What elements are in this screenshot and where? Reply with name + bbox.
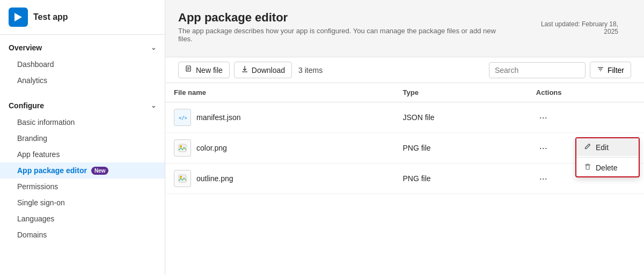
file-table: File name Type Actions </> manifest.json [165, 83, 644, 194]
edit-icon [584, 143, 591, 152]
sidebar-item-app-features[interactable]: App features [0, 146, 165, 162]
search-input[interactable] [489, 62, 586, 78]
context-menu: Edit Delete [575, 137, 640, 177]
file-table-container: File name Type Actions </> manifest.json [165, 83, 644, 275]
svg-rect-13 [586, 165, 589, 169]
main-header: App package editor The app package descr… [165, 0, 644, 57]
main-content: App package editor The app package descr… [165, 0, 644, 275]
sidebar-item-row: App package editor New [17, 166, 156, 175]
page-subtitle: The app package describes how your app i… [178, 27, 512, 43]
actions-menu-button-2[interactable]: ··· [536, 142, 551, 155]
png-file-icon [174, 139, 191, 157]
header-top-row: App package editor The app package descr… [178, 11, 631, 50]
sidebar-item-basic-information[interactable]: Basic information [0, 114, 165, 130]
delete-icon [584, 163, 591, 172]
file-type-cell: JSON file [394, 102, 527, 133]
svg-point-12 [180, 145, 182, 147]
sidebar-item-languages[interactable]: Languages [0, 211, 165, 227]
app-name: Test app [33, 12, 68, 22]
nav-section-configure-header[interactable]: Configure ⌄ [0, 97, 165, 114]
file-name-cell-3: outline.png [165, 163, 394, 194]
file-type-cell-2: PNG file [394, 133, 527, 163]
download-label: Download [252, 66, 285, 75]
last-updated: Last updated: February 18, 2025 [512, 11, 631, 35]
sidebar-item-single-sign-on[interactable]: Single sign-on [0, 195, 165, 211]
context-menu-edit[interactable]: Edit [576, 138, 639, 156]
title-block: App package editor The app package descr… [178, 11, 512, 50]
edit-label: Edit [596, 143, 609, 152]
svg-rect-16 [179, 175, 186, 182]
new-file-icon [185, 65, 193, 75]
table-row: color.png PNG file ··· [165, 133, 644, 163]
download-icon [241, 65, 248, 75]
delete-label: Delete [596, 163, 617, 172]
app-header: Test app [0, 0, 165, 35]
nav-section-overview-label: Overview [9, 43, 42, 52]
svg-text:</>: </> [179, 115, 187, 121]
toolbar-right: Filter [489, 62, 631, 78]
table-header-row: File name Type Actions [165, 83, 644, 102]
app-icon [9, 8, 28, 27]
col-type: Type [394, 83, 527, 102]
filter-button[interactable]: Filter [590, 62, 631, 78]
svg-rect-11 [179, 144, 186, 152]
png-file-icon-2 [174, 170, 191, 187]
file-type-cell-3: PNG file [394, 163, 527, 194]
nav-section-configure: Configure ⌄ Basic information Branding A… [0, 93, 165, 247]
actions-cell-1: ··· [528, 102, 644, 133]
sidebar-item-branding[interactable]: Branding [0, 130, 165, 146]
sidebar-item-app-package-editor[interactable]: App package editor New [0, 162, 165, 179]
sidebar-item-dashboard[interactable]: Dashboard [0, 56, 165, 72]
nav-section-overview-header[interactable]: Overview ⌄ [0, 39, 165, 56]
col-actions: Actions [528, 83, 644, 102]
sidebar: Test app Overview ⌄ Dashboard Analytics … [0, 0, 165, 275]
new-badge: New [91, 167, 109, 175]
download-button[interactable]: Download [234, 62, 292, 78]
actions-menu-button-3[interactable]: ··· [536, 172, 551, 185]
file-name-2: color.png [196, 144, 227, 152]
file-cell-2: color.png [174, 139, 385, 157]
file-name-cell: </> manifest.json [165, 102, 394, 133]
nav-section-configure-label: Configure [9, 101, 44, 110]
sidebar-item-domains[interactable]: Domains [0, 227, 165, 243]
col-filename: File name [165, 83, 394, 102]
json-file-icon: </> [174, 109, 191, 126]
file-name-3: outline.png [196, 174, 233, 183]
file-cell: </> manifest.json [174, 109, 385, 126]
new-file-label: New file [196, 66, 223, 75]
filter-icon [597, 65, 604, 75]
sidebar-item-analytics[interactable]: Analytics [0, 72, 165, 88]
table-row: </> manifest.json JSON file ··· [165, 102, 644, 133]
chevron-down-icon-configure: ⌄ [151, 102, 156, 109]
file-name-cell-2: color.png [165, 133, 394, 163]
context-menu-divider [576, 157, 639, 158]
sidebar-item-permissions[interactable]: Permissions [0, 179, 165, 195]
file-cell-3: outline.png [174, 170, 385, 187]
items-count: 3 items [292, 66, 329, 75]
filter-label: Filter [608, 66, 624, 75]
toolbar: New file Download 3 items Filter [165, 57, 644, 83]
file-name: manifest.json [196, 113, 240, 122]
page-title: App package editor [178, 11, 512, 25]
actions-cell-2: ··· Edit [528, 133, 644, 163]
new-file-button[interactable]: New file [178, 62, 230, 78]
svg-point-17 [180, 176, 182, 178]
chevron-down-icon: ⌄ [151, 44, 156, 51]
table-row: outline.png PNG file ··· [165, 163, 644, 194]
svg-marker-0 [14, 13, 22, 21]
actions-menu-button-1[interactable]: ··· [536, 111, 551, 124]
context-menu-delete[interactable]: Delete [576, 159, 639, 176]
nav-section-overview: Overview ⌄ Dashboard Analytics [0, 35, 165, 93]
